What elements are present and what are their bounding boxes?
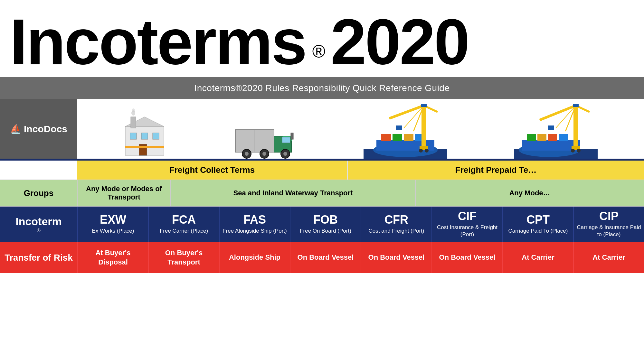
svg-rect-27 (393, 134, 402, 141)
freight-prepaid-box: Freight Prepaid Te… (348, 161, 644, 180)
svg-rect-5 (130, 133, 137, 139)
truck-illustration (232, 123, 297, 159)
risk-cell-6: At Carrier (502, 242, 573, 273)
svg-rect-42 (522, 140, 580, 151)
risk-cell-2: Alongside Ship (219, 242, 290, 273)
svg-point-55 (577, 149, 581, 153)
freight-prepaid-label: Freight Prepaid Te… (455, 165, 536, 175)
risk-cell-0: At Buyer's Disposal (77, 242, 148, 273)
freight-collect-label: Freight Collect Terms (169, 165, 255, 175)
risk-cell-1: On Buyer's Transport (148, 242, 219, 273)
incoterm-cell-cfr: CFR Cost and Freight (Port) (361, 207, 431, 242)
incoterm-desc-cip: Carriage & Insurance Paid to (Place) (576, 224, 641, 238)
groups-any-mode-right-text: Any Mode… (509, 189, 550, 197)
port1-illustration (364, 102, 447, 159)
logo-name: IncoDocs (24, 124, 67, 135)
incoterm-cell-fob: FOB Free On Board (Port) (290, 207, 361, 242)
svg-rect-44 (537, 134, 546, 141)
svg-rect-35 (396, 125, 402, 130)
svg-rect-30 (421, 106, 426, 147)
svg-rect-46 (559, 134, 568, 141)
svg-point-38 (425, 149, 429, 153)
risk-cells: At Buyer's DisposalOn Buyer's TransportA… (77, 242, 644, 273)
svg-rect-28 (404, 134, 413, 141)
incoterm-cell-fas: FAS Free Alongside Ship (Port) (219, 207, 290, 242)
risk-label-box: Transfer of Risk (0, 242, 77, 273)
incoterm-section-label: Incoterm (15, 215, 62, 228)
svg-rect-39 (421, 104, 427, 107)
incoterm-label-box: Incoterm ® (0, 207, 77, 242)
groups-sea-text: Sea and Inland Waterway Transport (233, 189, 353, 197)
risk-cell-4: On Board Vessel (361, 242, 431, 273)
incoterm-desc-cif: Cost Insurance & Freight (Port) (435, 224, 500, 238)
incoterm-row: Incoterm ® EXW Ex Works (Place) FCA Free… (0, 207, 644, 242)
incoterm-desc-exw: Ex Works (Place) (92, 227, 134, 235)
svg-point-17 (245, 152, 249, 156)
svg-rect-43 (527, 134, 536, 141)
incoterm-desc-cfr: Cost and Freight (Port) (369, 227, 424, 235)
factory-illustration (124, 107, 166, 159)
incoterm-desc-cpt: Carriage Paid To (Place) (508, 227, 568, 235)
incoterm-abbr-cpt: CPT (526, 214, 550, 226)
incoterm-abbr-cip: CIP (599, 210, 619, 222)
svg-rect-15 (282, 137, 290, 143)
logo-box: ⛵ IncoDocs (0, 99, 77, 159)
incoterm-cell-cif: CIF Cost Insurance & Freight (Port) (431, 207, 502, 242)
svg-rect-56 (573, 104, 579, 107)
groups-label: Groups (0, 180, 77, 207)
svg-rect-45 (548, 134, 557, 141)
title-main: Incoterms (10, 10, 306, 74)
risk-cell-7: At Carrier (573, 242, 644, 273)
svg-rect-52 (548, 125, 554, 130)
subtitle-text: Incoterms®2020 Rules Responsibility Quic… (194, 83, 450, 93)
svg-rect-4 (131, 117, 136, 128)
risk-label-text: Transfer of Risk (5, 253, 73, 263)
port2-illustration (514, 102, 598, 159)
groups-any-mode-right: Any Mode… (415, 180, 644, 207)
incoterm-abbr-fca: FCA (172, 214, 196, 226)
incoterm-abbr-exw: EXW (100, 214, 126, 226)
subtitle-bar: Incoterms®2020 Rules Responsibility Quic… (0, 77, 644, 99)
svg-point-21 (283, 152, 287, 156)
groups-any-mode-text: Any Mode or Modes of Transport (81, 185, 167, 201)
svg-point-37 (419, 149, 423, 153)
svg-rect-9 (125, 146, 164, 148)
svg-rect-26 (381, 134, 391, 141)
incoterm-desc-fob: Free On Board (Port) (300, 227, 351, 235)
incoterm-cell-cpt: CPT Carriage Paid To (Place) (502, 207, 573, 242)
incoterm-abbr-cfr: CFR (384, 214, 408, 226)
groups-any-mode: Any Mode or Modes of Transport (77, 180, 171, 207)
logo-icon: ⛵ (10, 124, 21, 134)
groups-sea: Sea and Inland Waterway Transport (171, 180, 415, 207)
svg-point-54 (571, 149, 575, 153)
svg-rect-22 (291, 133, 293, 139)
svg-point-1 (132, 108, 135, 112)
illustration-area (77, 99, 644, 159)
incoterm-desc-fas: Free Alongside Ship (Port) (223, 227, 287, 235)
incoterm-cell-cip: CIP Carriage & Insurance Paid to (Place) (573, 207, 644, 242)
svg-line-31 (389, 106, 424, 118)
freight-terms-row: Freight Collect Terms Freight Prepaid Te… (0, 161, 644, 180)
illustration-row: ⛵ IncoDocs (0, 99, 644, 161)
incoterm-cell-fca: FCA Free Carrier (Place) (148, 207, 219, 242)
incoterm-abbr-cif: CIF (458, 210, 477, 222)
risk-cell-5: On Board Vessel (431, 242, 502, 273)
freight-collect-box: Freight Collect Terms (77, 161, 348, 180)
svg-point-19 (262, 152, 266, 156)
risk-row: Transfer of Risk At Buyer's DisposalOn B… (0, 242, 644, 273)
incoterm-abbr-fob: FOB (313, 214, 338, 226)
registered-mark: ® (312, 43, 324, 60)
risk-cell-3: On Board Vessel (290, 242, 361, 273)
incoterm-desc-fca: Free Carrier (Place) (160, 227, 208, 235)
svg-rect-47 (573, 106, 578, 147)
svg-rect-7 (153, 133, 159, 139)
title-section: Incoterms® 2020 (0, 0, 644, 77)
groups-label-text: Groups (24, 188, 53, 198)
incoterm-abbr-fas: FAS (243, 214, 266, 226)
title-year: 2020 (330, 10, 469, 74)
incoterm-cell-exw: EXW Ex Works (Place) (77, 207, 148, 242)
groups-row: Groups Any Mode or Modes of Transport Se… (0, 180, 644, 207)
incoterm-cells: EXW Ex Works (Place) FCA Free Carrier (P… (77, 207, 644, 242)
svg-rect-6 (141, 133, 148, 139)
